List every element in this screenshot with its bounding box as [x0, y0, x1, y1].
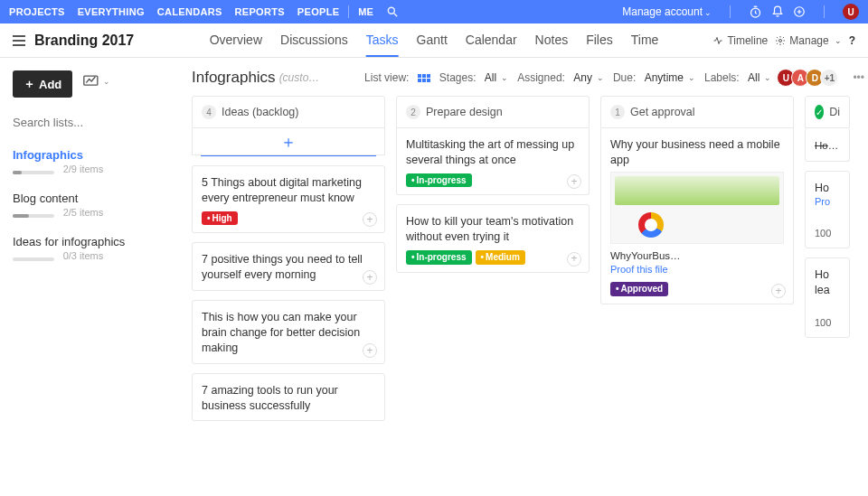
tag-high: • High: [202, 211, 238, 226]
column-header[interactable]: ✓Di: [805, 96, 850, 128]
column-prepare-design: 2Prepare design Multitasking the art of …: [396, 96, 590, 421]
board-filters: List view: Stages: All⌄ Assigned: Any⌄ D…: [364, 69, 864, 87]
svg-line-1: [394, 14, 398, 17]
task-card[interactable]: This is how you can make your brain chan…: [192, 300, 385, 364]
nav-everything[interactable]: EVERYTHING: [78, 6, 145, 17]
filter-due[interactable]: Due: Anytime⌄: [613, 71, 695, 84]
card-title: How to kill your team's motivation witho…: [406, 214, 580, 245]
svg-point-4: [779, 39, 782, 42]
card-title: Why your business need a mobile app: [610, 137, 784, 168]
nav-me[interactable]: ME: [358, 6, 373, 17]
card-title: Ho yo: [815, 139, 840, 154]
card-title: This is how you can make your brain chan…: [202, 310, 375, 356]
filter-stages[interactable]: Stages: All⌄: [439, 71, 508, 84]
search-icon[interactable]: [386, 5, 399, 18]
manage-button[interactable]: Manage⌄: [775, 34, 841, 47]
task-card[interactable]: How to kill your team's motivation witho…: [396, 204, 590, 272]
card-title: Multitasking the art of messing up sever…: [406, 137, 580, 168]
nav-projects[interactable]: PROJECTS: [9, 6, 65, 17]
task-card[interactable]: 7 positive things you need to tell yours…: [192, 242, 385, 291]
tab-notes[interactable]: Notes: [535, 24, 569, 57]
tag-medium: • Medium: [476, 250, 525, 265]
filter-assigned[interactable]: Assigned: Any⌄: [517, 71, 604, 84]
card-plus-icon[interactable]: +: [771, 284, 786, 298]
column-header[interactable]: 1Get approval: [600, 96, 794, 128]
task-card[interactable]: 7 amazing tools to run your business suc…: [192, 373, 385, 422]
tag-inprogress: • In-progress: [406, 173, 472, 188]
tab-overview[interactable]: Overview: [210, 24, 262, 57]
search-lists-input[interactable]: [13, 110, 168, 136]
view-toggle[interactable]: ⌄: [83, 75, 110, 88]
task-card[interactable]: Ho lea 100: [805, 257, 850, 338]
body: ＋ Add ⌄ Infographics 2/9 items Blog cont…: [0, 58, 868, 496]
add-icon[interactable]: [793, 5, 806, 18]
nav-reports[interactable]: REPORTS: [235, 6, 285, 17]
add-card-button[interactable]: ＋: [192, 128, 385, 155]
more-menu-icon[interactable]: •••: [853, 71, 864, 84]
column-ideas: 4Ideas (backlog) ＋ 5 Things about digita…: [192, 96, 385, 421]
tab-time[interactable]: Time: [631, 24, 659, 57]
grid-icon: [418, 74, 430, 82]
task-card[interactable]: Ho Pro 100: [805, 171, 850, 249]
sidebar: ＋ Add ⌄ Infographics 2/9 items Blog cont…: [0, 58, 181, 496]
tag-inprogress: • In-progress: [406, 250, 472, 265]
card-title: 7 amazing tools to run your business suc…: [202, 383, 375, 414]
listview-toggle[interactable]: List view:: [364, 71, 430, 84]
card-plus-icon[interactable]: +: [363, 270, 377, 285]
card-title: Ho lea: [815, 267, 840, 298]
card-plus-icon[interactable]: +: [363, 343, 377, 358]
tag-approved: • Approved: [610, 282, 668, 296]
board-main: Infographics (custo… List view: Stages: …: [181, 58, 868, 496]
board-header: Infographics (custo… List view: Stages: …: [188, 69, 868, 96]
column-header[interactable]: 2Prepare design: [396, 96, 590, 128]
column-done-peek: ✓Di Ho yo Ho Pro 100 Ho lea 100: [805, 96, 850, 421]
manage-account-link[interactable]: Manage account⌄: [622, 5, 712, 18]
project-tabs: Overview Discussions Tasks Gantt Calenda…: [210, 24, 659, 57]
tab-discussions[interactable]: Discussions: [280, 24, 348, 57]
list-item-blog-content[interactable]: Blog content 2/5 items: [13, 192, 168, 219]
column-header[interactable]: 4Ideas (backlog): [192, 96, 385, 128]
board-columns: 4Ideas (backlog) ＋ 5 Things about digita…: [188, 96, 868, 421]
project-right-controls: Timeline Manage⌄ ?: [712, 34, 855, 47]
tab-files[interactable]: Files: [586, 24, 613, 57]
global-nav: PROJECTS EVERYTHING CALENDARS REPORTS PE…: [9, 6, 339, 17]
proof-link[interactable]: Proof this file: [610, 263, 784, 276]
hamburger-icon[interactable]: [13, 35, 25, 46]
card-title: Ho: [815, 181, 840, 196]
timeline-button[interactable]: Timeline: [712, 34, 768, 47]
user-avatar[interactable]: U: [843, 4, 859, 20]
nav-divider: [348, 5, 349, 18]
add-button[interactable]: ＋ Add: [13, 70, 72, 98]
lists: Infographics 2/9 items Blog content 2/5 …: [13, 148, 168, 262]
task-card[interactable]: Ho yo: [805, 128, 850, 162]
column-get-approval: 1Get approval Why your business need a m…: [600, 96, 794, 421]
board-subtitle: (custo…: [279, 71, 320, 84]
card-plus-icon[interactable]: +: [567, 252, 581, 267]
task-card[interactable]: 5 Things about digital marketing every e…: [192, 165, 385, 233]
project-title: Branding 2017: [34, 33, 134, 49]
help-icon[interactable]: ?: [849, 34, 855, 47]
task-card[interactable]: Why your business need a mobile app WhyY…: [600, 128, 794, 304]
card-title: 7 positive things you need to tell yours…: [202, 252, 375, 283]
global-topbar: PROJECTS EVERYTHING CALENDARS REPORTS PE…: [0, 0, 868, 23]
card-extra: 100: [815, 316, 840, 330]
list-item-ideas[interactable]: Ideas for infographics 0/3 items: [13, 235, 168, 262]
board-name: Infographics: [192, 69, 276, 87]
attachment-thumbnail[interactable]: [610, 172, 784, 244]
task-card[interactable]: Multitasking the art of messing up sever…: [396, 128, 590, 195]
tab-gantt[interactable]: Gantt: [417, 24, 448, 57]
nav-people[interactable]: PEOPLE: [297, 6, 339, 17]
topbar-right: Manage account⌄ U: [622, 4, 859, 20]
svg-point-0: [388, 7, 394, 14]
nav-calendars[interactable]: CALENDARS: [157, 6, 222, 17]
proof-link[interactable]: Pro: [815, 195, 840, 209]
timer-icon[interactable]: [749, 5, 762, 19]
list-item-infographics[interactable]: Infographics 2/9 items: [13, 148, 168, 175]
tab-tasks[interactable]: Tasks: [366, 24, 399, 57]
bell-icon[interactable]: [771, 5, 784, 18]
filter-labels[interactable]: Labels: All⌄: [704, 71, 771, 84]
avatar-stack[interactable]: U A D +1: [780, 69, 838, 87]
tab-calendar[interactable]: Calendar: [466, 24, 517, 57]
divider: [730, 5, 731, 18]
add-underline: [201, 155, 376, 156]
